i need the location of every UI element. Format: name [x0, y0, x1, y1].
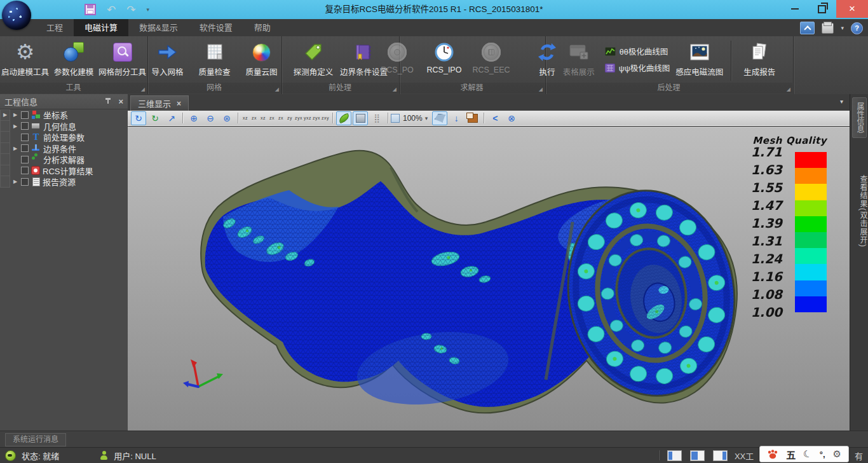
view-preset-icon[interactable]: zx: [268, 113, 276, 124]
zoom-out-icon[interactable]: ⊖: [203, 111, 218, 125]
mesh-partition-tool-button[interactable]: 网格剖分工具: [97, 37, 147, 82]
device-dropdown-icon[interactable]: ▾: [841, 25, 844, 31]
shaded-mode-icon[interactable]: [336, 111, 351, 125]
expander-icon[interactable]: ▶: [12, 179, 18, 184]
legend-value: 1.71: [745, 145, 782, 159]
view-preset-icon[interactable]: yxz: [304, 113, 312, 124]
sphere-cube-icon: [64, 42, 84, 62]
psi-polarization-curve-button[interactable]: ψψ极化曲线图: [602, 62, 672, 74]
rcs-eec-button[interactable]: RCS_EEC: [468, 37, 515, 82]
pan-tool-icon[interactable]: ↗: [164, 111, 179, 125]
expander-icon[interactable]: ▶: [12, 123, 18, 129]
generate-report-button[interactable]: 生成报告: [736, 37, 783, 82]
checkbox[interactable]: [21, 111, 29, 119]
probe-angle-button[interactable]: 探测角定义: [290, 37, 337, 82]
properties-panel-tab[interactable]: 属性信息: [852, 97, 867, 138]
view-preset-icon[interactable]: zxy: [322, 113, 330, 124]
checkbox[interactable]: [21, 122, 29, 130]
launch-modeling-tool-button[interactable]: ⚙ 启动建模工具: [0, 37, 50, 82]
orbit-tool-icon[interactable]: ↻: [147, 111, 163, 125]
app-logo[interactable]: [2, 1, 31, 30]
group-corner-icon: ◢: [787, 87, 790, 92]
tree-item-coordinate-system[interactable]: ▶ 坐标系: [11, 109, 128, 121]
ime-moon-icon[interactable]: ☾: [802, 448, 813, 461]
download-view-icon[interactable]: ↓: [449, 111, 464, 125]
copy-image-icon[interactable]: [465, 111, 480, 125]
zoom-fit-icon[interactable]: ⊛: [219, 111, 234, 125]
device-icon[interactable]: [822, 23, 834, 34]
tab-overflow-icon[interactable]: ▾: [840, 98, 843, 105]
rotate-tool-icon[interactable]: ↻: [131, 111, 146, 125]
view-preset-icon[interactable]: zy: [286, 113, 294, 124]
ime-gear-icon[interactable]: ⚙: [833, 448, 841, 460]
minimize-button[interactable]: [783, 0, 807, 18]
view-preset-icon[interactable]: zx: [277, 113, 285, 124]
tab-close-icon[interactable]: ×: [177, 99, 181, 108]
tree-item-analysis-solver[interactable]: 分析求解器: [11, 154, 128, 165]
gear-icon: ⚙: [16, 41, 35, 64]
tab-settings[interactable]: 软件设置: [189, 19, 243, 36]
help-icon[interactable]: ?: [851, 22, 863, 34]
view-preset-icon[interactable]: xz: [241, 113, 250, 124]
theta-polarization-curve-button[interactable]: θθ极化曲线图: [602, 45, 672, 57]
view-preset-icon[interactable]: xz: [259, 113, 268, 124]
company-text: XX工: [735, 450, 754, 462]
tab-em-compute[interactable]: 电磁计算: [74, 19, 128, 36]
rcs-po-button[interactable]: RCS_PO: [374, 37, 421, 82]
region-select-icon[interactable]: [432, 111, 447, 125]
quality-cloud-button[interactable]: 质量云图: [238, 37, 285, 82]
checkbox[interactable]: [21, 134, 29, 141]
pin-icon[interactable]: [104, 98, 112, 106]
checkbox[interactable]: [21, 178, 29, 186]
checkbox[interactable]: [21, 156, 29, 163]
checkbox[interactable]: [21, 144, 29, 152]
quality-check-button[interactable]: 质量检查: [191, 37, 238, 82]
tree-item-report-resources[interactable]: ▶ 报告资源: [11, 176, 128, 188]
view-preset-icon[interactable]: zyx: [313, 113, 321, 124]
ime-wubi-label[interactable]: 五: [786, 448, 796, 461]
tab-help[interactable]: 帮助: [243, 19, 281, 36]
rcs-ipo-button[interactable]: RCS_IPO: [421, 37, 468, 82]
layout-split-panel-icon[interactable]: [690, 450, 705, 461]
expander-icon[interactable]: ▶: [2, 112, 8, 118]
parametric-modeling-button[interactable]: 参数化建模: [50, 37, 97, 82]
tab-project[interactable]: 工程: [36, 19, 74, 36]
import-arrow-icon: [158, 43, 177, 61]
close-button[interactable]: ×: [836, 0, 868, 18]
legend-value: 1.55: [745, 181, 782, 195]
view-preset-icon[interactable]: zx: [250, 113, 259, 124]
tree-item-rcs-results[interactable]: RCS计算结果: [11, 165, 128, 177]
zoom-level-value[interactable]: 100%: [403, 114, 423, 123]
bottom-dock: 系统运行消息: [0, 431, 868, 448]
expander-icon[interactable]: ▶: [12, 112, 18, 118]
checkbox[interactable]: [21, 167, 29, 174]
collapse-ribbon-button[interactable]: [800, 22, 815, 34]
flat-mode-icon[interactable]: [353, 111, 368, 125]
restore-button[interactable]: [810, 0, 834, 18]
import-mesh-button[interactable]: 导入网格: [144, 37, 191, 82]
expander-icon[interactable]: ▶: [12, 146, 18, 151]
system-messages-tab[interactable]: 系统运行消息: [5, 433, 66, 446]
close-view-icon[interactable]: ⊗: [504, 111, 519, 125]
tree-item-preprocess-params[interactable]: T 前处理参数: [11, 132, 128, 143]
view-preset-icon[interactable]: zyx: [295, 113, 303, 124]
flow-icon[interactable]: <: [487, 111, 503, 125]
viewport-toolbar: ↻ ↻ ↗ ⊕ ⊖ ⊛ xz zx xz zx zx zy zyx yxz zy…: [128, 111, 850, 126]
tree-item-boundary-conditions[interactable]: ▶ 边界条件: [11, 143, 128, 155]
points-mode-icon[interactable]: ⣿: [369, 111, 384, 125]
status-text: 状态: 就绪: [22, 450, 59, 462]
tab-3d-display[interactable]: 三维显示 ×: [130, 95, 189, 111]
tab-data-display[interactable]: 数据&显示: [128, 19, 189, 36]
viewport-3d-canvas[interactable]: Mesh Quality 1.71 1.63 1.55 1.47: [128, 127, 850, 431]
induced-current-map-button[interactable]: 感应电磁流图: [672, 37, 726, 82]
layout-right-panel-icon[interactable]: [713, 450, 728, 461]
layout-left-panel-icon[interactable]: [667, 450, 682, 461]
ime-punct-label[interactable]: °,: [820, 450, 825, 459]
tree-item-geometry-info[interactable]: ▶ 几何信息: [11, 121, 128, 132]
zoom-in-icon[interactable]: ⊕: [186, 111, 201, 125]
panel-close-icon[interactable]: ×: [118, 97, 123, 106]
zoom-dropdown-icon[interactable]: ▾: [425, 115, 428, 121]
ime-paw-icon[interactable]: [767, 449, 778, 459]
results-panel-tab[interactable]: 查看结果(双击展开): [850, 175, 868, 247]
table-display-button[interactable]: 表格展示: [555, 37, 602, 82]
